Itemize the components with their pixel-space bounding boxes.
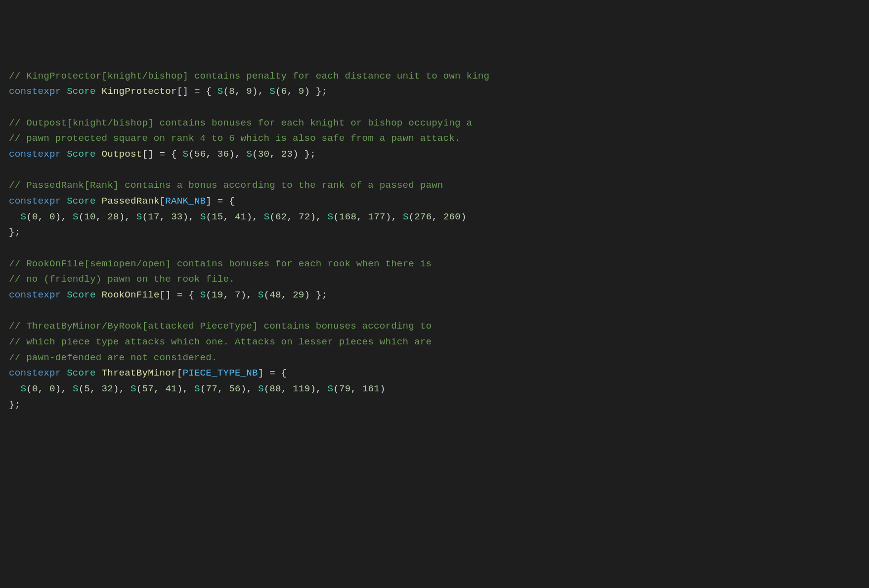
- punct: ),: [229, 149, 246, 160]
- number: 48: [269, 290, 281, 300]
- keyword: constexpr: [9, 196, 61, 207]
- punct: ,: [96, 211, 107, 222]
- type: Score: [67, 290, 96, 300]
- code-line: S(0, 0), S(10, 28), S(17, 33), S(15, 41)…: [9, 210, 860, 225]
- code-line: S(0, 0), S(5, 32), S(57, 41), S(77, 56),…: [9, 381, 860, 397]
- number: 23: [281, 149, 293, 160]
- number: 62: [275, 211, 287, 222]
- punct: ,: [38, 383, 49, 394]
- comment-line: // which piece type attacks which one. A…: [9, 335, 860, 350]
- punct: ) };: [304, 86, 328, 97]
- punct: (: [333, 211, 339, 222]
- number: 28: [107, 211, 119, 222]
- punct: ,: [223, 211, 235, 222]
- punct: ),: [113, 383, 130, 394]
- space: [96, 290, 102, 300]
- number: 276: [414, 211, 432, 222]
- code-line: constexpr Score PassedRank[RANK_NB] = {: [9, 194, 860, 210]
- number: 7: [235, 290, 241, 300]
- macro: S: [246, 149, 252, 160]
- punct: (: [252, 149, 258, 160]
- keyword: constexpr: [9, 290, 61, 300]
- comment: // which piece type attacks which one. A…: [9, 336, 432, 347]
- punct: ) };: [304, 290, 328, 300]
- number: 0: [32, 211, 38, 222]
- punct: ): [461, 211, 467, 222]
- macro: S: [328, 383, 334, 394]
- space: [96, 196, 102, 207]
- punct: ),: [386, 211, 403, 222]
- punct: (: [264, 290, 270, 300]
- comment: // RookOnFile[semiopen/open] contains bo…: [9, 258, 432, 269]
- macro: S: [217, 86, 223, 97]
- punct: ),: [310, 211, 327, 222]
- space: [96, 368, 102, 378]
- blank-line: [9, 100, 860, 116]
- punct: ,: [235, 86, 246, 97]
- type: Score: [67, 368, 96, 378]
- keyword: constexpr: [9, 86, 61, 97]
- punct: [] = {: [177, 86, 217, 97]
- punct: [] = {: [142, 149, 182, 160]
- macro: S: [130, 383, 136, 394]
- comment-line: // RookOnFile[semiopen/open] contains bo…: [9, 256, 860, 272]
- number: 30: [258, 149, 269, 160]
- blank-line: [9, 303, 860, 319]
- comment: // pawn-defended are not considered.: [9, 352, 217, 363]
- number: 17: [148, 211, 159, 222]
- punct: ,: [287, 86, 298, 97]
- constant: RANK_NB: [165, 196, 206, 207]
- number: 72: [299, 211, 310, 222]
- punct: (: [206, 290, 212, 300]
- macro: S: [269, 86, 275, 97]
- punct: (: [264, 383, 270, 394]
- punct: (: [223, 86, 229, 97]
- macro: S: [200, 211, 206, 222]
- macro: S: [182, 149, 188, 160]
- number: 10: [84, 211, 95, 222]
- punct: (: [200, 383, 206, 394]
- code-editor[interactable]: // KingProtector[knight/bishop] contains…: [9, 69, 860, 413]
- blank-line: [9, 241, 860, 256]
- macro: S: [258, 383, 264, 394]
- number: 32: [102, 383, 113, 394]
- space: [61, 368, 67, 378]
- comment: // PassedRank[Rank] contains a bonus acc…: [9, 180, 443, 191]
- macro: S: [403, 211, 409, 222]
- macro: S: [73, 383, 79, 394]
- punct: ,: [287, 211, 299, 222]
- macro: S: [20, 383, 26, 394]
- macro: S: [264, 211, 270, 222]
- punct: ),: [241, 290, 258, 300]
- number: 77: [206, 383, 217, 394]
- punct: ,: [281, 383, 293, 394]
- punct: ): [380, 383, 386, 394]
- space: [96, 149, 102, 160]
- macro: S: [73, 211, 79, 222]
- punct: ] = {: [206, 196, 235, 207]
- comment: // ThreatByMinor/ByRook[attacked PieceTy…: [9, 321, 432, 332]
- punct: ,: [217, 383, 229, 394]
- punct: (: [206, 211, 212, 222]
- punct: ,: [223, 290, 235, 300]
- punct: [] = {: [160, 290, 200, 300]
- punct: (: [333, 383, 339, 394]
- identifier: KingProtector: [101, 86, 176, 97]
- punct: };: [9, 399, 20, 410]
- space: [61, 196, 67, 207]
- indent: [9, 383, 20, 394]
- macro: S: [136, 211, 142, 222]
- punct: ) };: [293, 149, 316, 160]
- number: 0: [49, 211, 55, 222]
- keyword: constexpr: [9, 368, 61, 378]
- punct: (: [79, 211, 85, 222]
- punct: (: [142, 211, 148, 222]
- identifier: ThreatByMinor: [101, 368, 176, 378]
- macro: S: [258, 290, 264, 300]
- number: 9: [246, 86, 252, 97]
- punct: (: [136, 383, 142, 394]
- constant: PIECE_TYPE_NB: [182, 368, 258, 378]
- number: 79: [339, 383, 350, 394]
- punct: [: [177, 368, 183, 378]
- type: Score: [67, 149, 96, 160]
